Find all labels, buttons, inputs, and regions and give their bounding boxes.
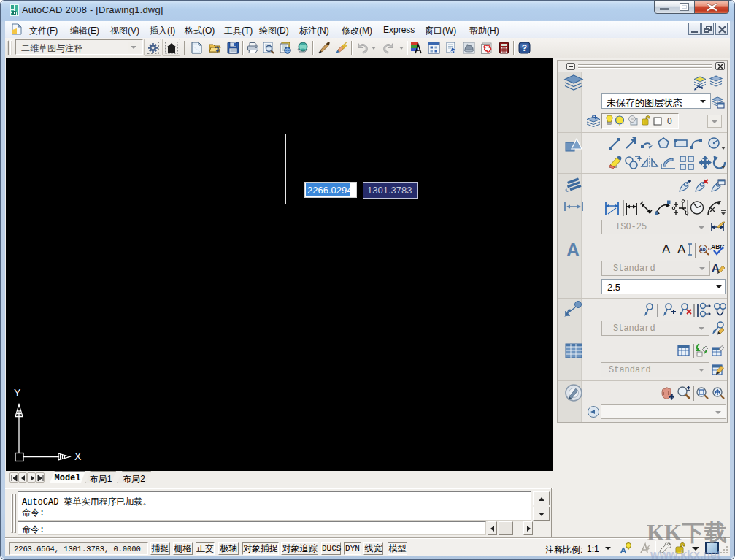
svg-text:0: 0 — [667, 116, 672, 126]
svg-text:?: ? — [522, 43, 527, 53]
svg-text:ab: ab — [700, 247, 706, 252]
